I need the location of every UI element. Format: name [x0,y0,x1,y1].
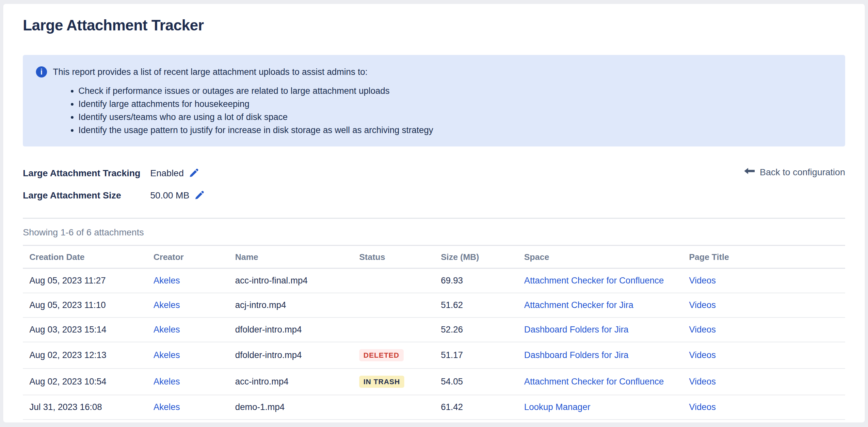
back-link-label: Back to configuration [760,167,845,177]
page-title-link[interactable]: Videos [689,325,716,335]
creation-date-cell: Aug 02, 2023 10:54 [23,368,147,395]
table-row: Aug 05, 2023 11:27 Akeles acc-intro-fina… [23,268,845,293]
edit-size-button[interactable] [195,191,204,201]
page-title-link[interactable]: Videos [689,402,716,412]
creation-date-cell: Jul 31, 2023 16:08 [23,395,147,420]
space-link[interactable]: Lookup Manager [524,402,590,412]
table-row: Aug 05, 2023 11:10 Akeles acj-intro.mp4 … [23,293,845,317]
attachment-name-cell: dfolder-intro.mp4 [228,317,353,342]
main-card: Large Attachment Tracker i This report p… [3,4,865,422]
table-row: Aug 02, 2023 12:13 Akeles dfolder-intro.… [23,342,845,368]
status-cell [353,293,434,317]
column-header-space: Space [518,246,683,268]
page-title-link[interactable]: Videos [689,276,716,285]
edit-tracking-button[interactable] [189,168,198,178]
creation-date-cell: Aug 05, 2023 11:10 [23,293,147,317]
creation-date-cell: Aug 03, 2023 15:14 [23,317,147,342]
column-header-creator: Creator [147,246,228,268]
setting-size-label: Large Attachment Size [23,190,150,201]
status-cell [353,395,434,420]
info-bullet-list: Check if performance issues or outages a… [36,84,832,137]
column-header-status: Status [353,246,434,268]
info-bullet: Identify large attachments for housekeep… [79,97,832,111]
back-to-configuration-link[interactable]: Back to configuration [744,167,845,177]
column-header-page-title: Page Title [683,246,845,268]
settings-section: Large Attachment Tracking Enabled Large … [23,166,845,203]
attachment-name-cell: acj-intro.mp4 [228,293,353,317]
creator-link[interactable]: Akeles [154,377,180,387]
size-cell: 69.93 [434,268,518,293]
pencil-icon [195,191,204,201]
setting-size-value: 50.00 MB [150,190,189,201]
size-cell: 51.62 [434,293,518,317]
info-bullet: Identify users/teams who are using a lot… [79,111,832,123]
page-title-link[interactable]: Videos [689,377,716,387]
space-link[interactable]: Attachment Checker for Confluence [524,276,664,285]
info-panel: i This report provides a list of recent … [23,55,845,146]
space-link[interactable]: Attachment Checker for Jira [524,300,633,310]
info-bullet: Identify the usage pattern to justify fo… [79,123,832,137]
creator-link[interactable]: Akeles [154,300,180,310]
page-title-link[interactable]: Videos [689,350,716,360]
status-badge-in-trash: IN TRASH [359,376,404,388]
attachment-name-cell: dfolder-intro.mp4 [228,342,353,368]
attachment-name-cell: acc-intro.mp4 [228,368,353,395]
column-header-name: Name [228,246,353,268]
info-bullet: Check if performance issues or outages a… [79,84,832,97]
creator-link[interactable]: Akeles [154,402,180,412]
size-cell: 61.42 [434,395,518,420]
status-badge-deleted: DELETED [359,349,404,361]
column-header-creation-date: Creation Date [23,246,147,268]
creation-date-cell: Aug 05, 2023 11:27 [23,268,147,293]
arrow-left-icon [744,167,755,177]
attachment-name-cell: acc-intro-final.mp4 [228,268,353,293]
status-cell [353,268,434,293]
creator-link[interactable]: Akeles [154,325,180,335]
page-title-link[interactable]: Videos [689,300,716,310]
creator-link[interactable]: Akeles [154,276,180,285]
status-cell [353,317,434,342]
column-header-size: Size (MB) [434,246,518,268]
creation-date-cell: Aug 02, 2023 12:13 [23,342,147,368]
size-cell: 54.05 [434,368,518,395]
table-row: Jul 31, 2023 16:08 Akeles demo-1.mp4 61.… [23,395,845,420]
setting-tracking-label: Large Attachment Tracking [23,168,150,178]
space-link[interactable]: Attachment Checker for Confluence [524,377,664,387]
table-row: Aug 03, 2023 15:14 Akeles dfolder-intro.… [23,317,845,342]
size-cell: 52.26 [434,317,518,342]
info-icon: i [36,66,47,78]
section-divider [23,218,845,219]
status-cell: DELETED [353,342,434,368]
setting-tracking-value: Enabled [150,168,184,178]
creator-link[interactable]: Akeles [154,350,180,360]
table-header-row: Creation Date Creator Name Status Size (… [23,246,845,268]
setting-tracking-row: Large Attachment Tracking Enabled [23,166,845,180]
space-link[interactable]: Dashboard Folders for Jira [524,325,629,335]
attachments-table: Creation Date Creator Name Status Size (… [23,245,845,420]
size-cell: 51.17 [434,342,518,368]
pencil-icon [189,168,198,178]
setting-size-row: Large Attachment Size 50.00 MB [23,188,845,203]
table-row: Aug 02, 2023 10:54 Akeles acc-intro.mp4 … [23,368,845,395]
page-title: Large Attachment Tracker [23,16,845,34]
attachment-name-cell: demo-1.mp4 [228,395,353,420]
status-cell: IN TRASH [353,368,434,395]
info-panel-intro: This report provides a list of recent la… [53,65,367,79]
attachments-summary: Showing 1-6 of 6 attachments [23,227,845,238]
space-link[interactable]: Dashboard Folders for Jira [524,350,629,360]
